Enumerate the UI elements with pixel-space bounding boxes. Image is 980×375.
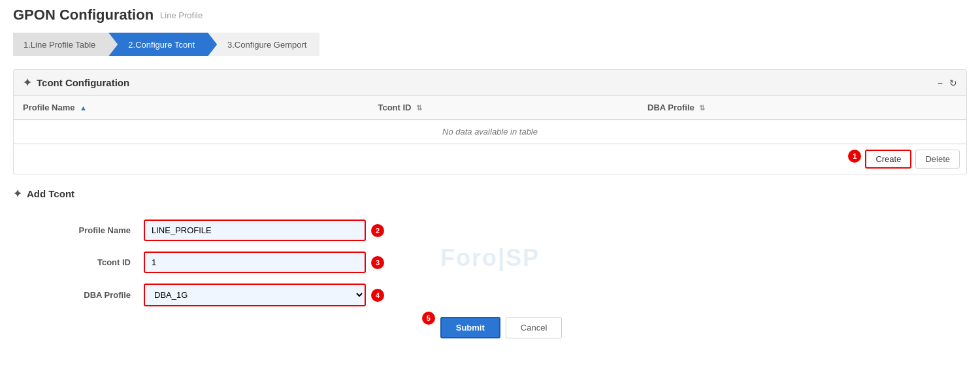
tcont-table: Profile Name ▲ Tcont ID ⇅ DBA Profile ⇅ <box>14 96 966 144</box>
badge-4: 4 <box>371 289 384 302</box>
input-profile-name[interactable] <box>144 220 366 241</box>
label-dba-profile: DBA Profile <box>13 290 144 300</box>
label-profile-name: Profile Name <box>13 225 144 235</box>
badge-3: 3 <box>371 256 384 269</box>
add-tcont-section: Foro|SP ✦ Add Tcont Profile Name 2 Tcont… <box>13 188 967 345</box>
page-title: GPON Configuration <box>13 7 154 24</box>
control-tcont-id <box>144 252 366 273</box>
delete-button[interactable]: Delete <box>915 150 960 169</box>
col-profile-name[interactable]: Profile Name ▲ <box>14 96 368 120</box>
form-buttons: 5 Submit Cancel <box>13 317 967 338</box>
empty-message: No data available in table <box>14 120 966 144</box>
table-actions: 1 Create Delete <box>14 144 966 174</box>
col-dba-profile[interactable]: DBA Profile ⇅ <box>638 96 966 120</box>
form-row-dba-profile: DBA Profile DBA_1G DBA_2G DBA_512M 4 <box>13 284 967 306</box>
cancel-button[interactable]: Cancel <box>506 317 562 338</box>
sort-asc-icon: ▲ <box>80 104 87 112</box>
add-tcont-header: ✦ Add Tcont <box>13 188 967 200</box>
badge-1: 1 <box>848 150 861 163</box>
panel-header: ✦ Tcont Configuration − ↻ <box>14 70 966 96</box>
col-tcont-id[interactable]: Tcont ID ⇅ <box>368 96 638 120</box>
step-3-label: 3.Configure Gemport <box>227 40 306 50</box>
add-tcont-title: Add Tcont <box>27 188 74 199</box>
puzzle-icon: ✦ <box>23 76 31 89</box>
control-profile-name <box>144 220 366 241</box>
form-row-profile-name: Profile Name 2 <box>13 220 967 241</box>
submit-button[interactable]: Submit <box>440 317 500 338</box>
label-tcont-id: Tcont ID <box>13 257 144 267</box>
col-tcont-id-label: Tcont ID <box>378 103 411 112</box>
step-2-label: 2.Configure Tcont <box>128 40 195 50</box>
sort-none-icon-2: ⇅ <box>699 104 705 112</box>
select-dba-profile[interactable]: DBA_1G DBA_2G DBA_512M <box>144 284 366 306</box>
badge-5: 5 <box>422 312 435 325</box>
table-wrapper: Profile Name ▲ Tcont ID ⇅ DBA Profile ⇅ <box>14 96 966 144</box>
page-subtitle: Line Profile <box>160 10 203 20</box>
control-dba-profile: DBA_1G DBA_2G DBA_512M <box>144 284 366 306</box>
sort-none-icon-1: ⇅ <box>416 104 422 112</box>
add-tcont-form: Profile Name 2 Tcont ID 3 DBA Profile <box>13 213 967 345</box>
refresh-button[interactable]: ↻ <box>949 78 957 88</box>
step-1[interactable]: 1.Line Profile Table <box>13 33 108 56</box>
step-3[interactable]: 3.Configure Gemport <box>208 33 319 56</box>
panel-title-text: Tcont Configuration <box>37 77 129 88</box>
col-dba-profile-label: DBA Profile <box>647 103 694 112</box>
panel-controls: − ↻ <box>938 78 957 88</box>
minimize-button[interactable]: − <box>938 78 943 88</box>
tcont-panel: ✦ Tcont Configuration − ↻ Profile Name ▲ <box>13 69 967 174</box>
form-row-tcont-id: Tcont ID 3 <box>13 252 967 273</box>
input-tcont-id[interactable] <box>144 252 366 273</box>
panel-title-group: ✦ Tcont Configuration <box>23 76 129 89</box>
badge-2: 2 <box>371 224 384 237</box>
page-header: GPON Configuration Line Profile <box>13 7 967 24</box>
steps-bar: 1.Line Profile Table 2.Configure Tcont 3… <box>13 33 967 56</box>
col-profile-name-label: Profile Name <box>23 103 74 112</box>
step-1-label: 1.Line Profile Table <box>24 40 95 50</box>
create-button[interactable]: Create <box>865 150 911 169</box>
empty-row: No data available in table <box>14 120 966 144</box>
add-tcont-icon: ✦ <box>13 188 22 200</box>
step-2[interactable]: 2.Configure Tcont <box>108 33 208 56</box>
